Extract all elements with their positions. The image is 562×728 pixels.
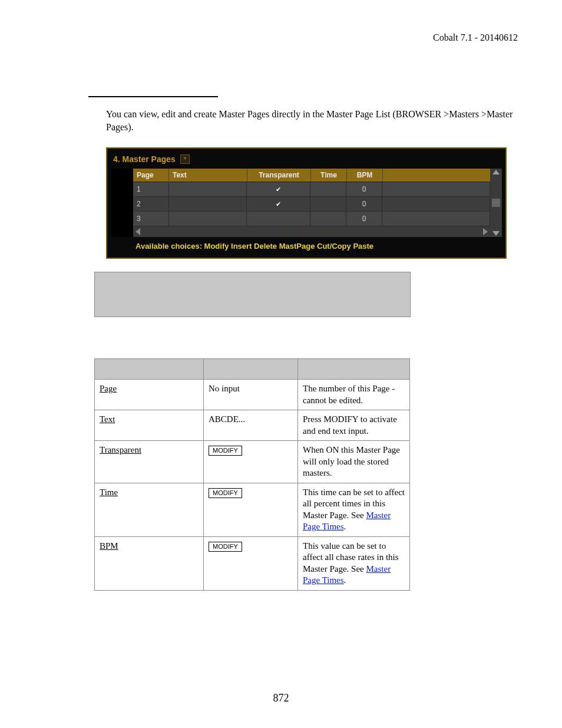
note-box [94, 272, 411, 317]
col-header-time: Time [311, 169, 347, 182]
table-row[interactable]: 1 ✔ 0 [133, 182, 490, 197]
col-explanation: The number of this Page - cannot be edit… [298, 380, 410, 410]
scroll-down-icon[interactable] [492, 231, 500, 236]
cell-tail [382, 212, 490, 226]
table-header-row [95, 359, 410, 380]
table-row[interactable]: 3 0 [133, 212, 490, 226]
horizontal-scrollbar[interactable] [133, 226, 490, 237]
cell-bpm: 0 [346, 197, 382, 212]
cell-transparent: ✔ [247, 182, 310, 197]
cell-tail [382, 182, 490, 197]
cell-tail [382, 197, 490, 212]
col-header-transparent: Transparent [247, 169, 311, 182]
vertical-scrollbar[interactable] [490, 169, 502, 237]
table-row: Page No input The number of this Page - … [95, 380, 410, 410]
scroll-thumb[interactable] [492, 199, 500, 207]
cell-text [169, 182, 247, 197]
scroll-up-icon[interactable] [492, 170, 500, 174]
scroll-left-icon[interactable] [135, 228, 140, 235]
panel-tab-title: 4. Master Pages [113, 154, 176, 164]
cell-bpm: 0 [346, 182, 382, 197]
cell-page: 2 [133, 197, 169, 212]
table-row: Transparent MODIFY When ON this Master P… [95, 441, 410, 483]
cell-text [169, 212, 247, 226]
modify-button[interactable]: MODIFY [209, 542, 242, 552]
col-name: Transparent [100, 445, 141, 454]
cell-transparent: ✔ [247, 197, 310, 212]
master-pages-screenshot: 4. Master Pages × Page Text Transparent … [106, 147, 507, 259]
intro-text: You can view, edit and create Master Pag… [106, 108, 518, 133]
cell-time [310, 212, 346, 226]
expl-text: . [344, 575, 346, 585]
col-name: Page [100, 384, 117, 393]
cell-page: 3 [133, 212, 169, 226]
cell-text [169, 197, 247, 212]
columns-table: Page No input The number of this Page - … [94, 358, 410, 591]
table-row[interactable]: 2 ✔ 0 [133, 197, 490, 212]
col-header-tail [383, 169, 490, 182]
cell-transparent [247, 212, 310, 226]
col-explanation: When ON this Master Page will only load … [298, 441, 410, 483]
col-explanation: Press MODIFY to activate and end text in… [298, 410, 410, 441]
data-grid: Page Text Transparent Time BPM 1 ✔ 0 2 [133, 169, 490, 237]
header-version: Cobalt 7.1 - 20140612 [44, 32, 518, 43]
table-row: Text ABCDE... Press MODIFY to activate a… [95, 410, 410, 441]
check-icon: ✔ [276, 186, 281, 193]
col-explanation: This value can be set to affect all chas… [298, 536, 410, 590]
col-name: Time [100, 487, 118, 497]
page-number: 872 [0, 692, 562, 704]
cell-time [310, 197, 346, 212]
left-gutter [111, 169, 133, 237]
col-explanation: This time can be set to affect all perce… [298, 483, 410, 536]
section-rule [88, 96, 218, 97]
close-icon[interactable]: × [180, 154, 190, 164]
modify-button[interactable]: MODIFY [209, 446, 242, 456]
available-choices: Available choices: Modify Insert Delete … [111, 237, 502, 252]
cell-page: 1 [133, 182, 169, 197]
col-name: BPM [100, 541, 118, 551]
col-input: No input [204, 380, 298, 410]
table-row: BPM MODIFY This value can be set to affe… [95, 536, 410, 590]
col-header-text: Text [169, 169, 247, 182]
col-input: ABCDE... [204, 410, 298, 441]
modify-button[interactable]: MODIFY [209, 488, 242, 498]
col-header-bpm: BPM [347, 169, 383, 182]
cell-time [310, 182, 346, 197]
col-name: Text [100, 414, 115, 424]
table-row: Time MODIFY This time can be set to affe… [95, 483, 410, 536]
expl-text: . [344, 522, 346, 531]
col-header-page: Page [133, 169, 169, 182]
scroll-right-icon[interactable] [483, 228, 488, 235]
grid-header-row: Page Text Transparent Time BPM [133, 169, 490, 182]
check-icon: ✔ [276, 200, 281, 208]
cell-bpm: 0 [346, 212, 382, 226]
